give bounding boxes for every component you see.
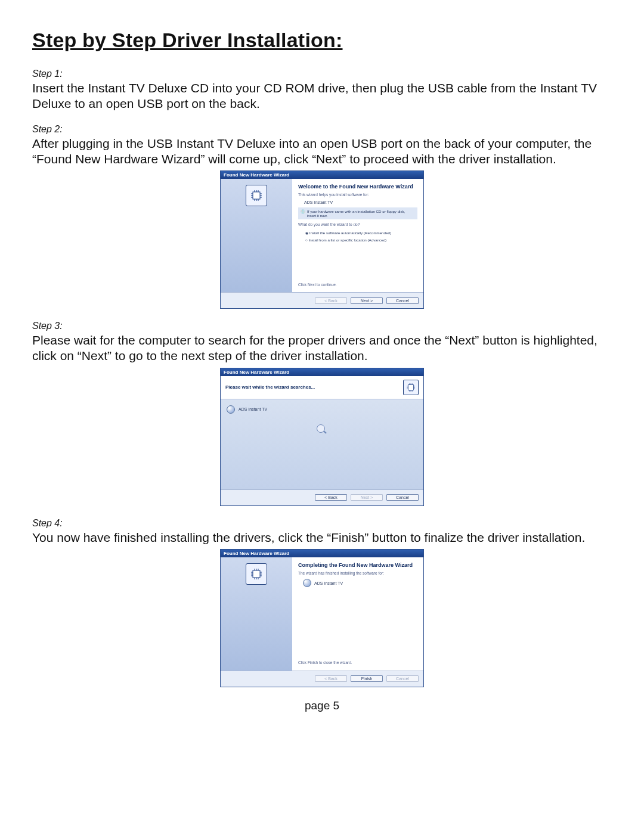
next-button[interactable]: Next > xyxy=(351,297,383,304)
cancel-button: Cancel xyxy=(386,675,419,682)
wizard-device: ADS Instant TV xyxy=(239,407,267,411)
hardware-icon xyxy=(403,380,419,395)
cancel-button[interactable]: Cancel xyxy=(386,494,419,501)
wizard-panel: Completing the Found New Hardware Wizard… xyxy=(292,557,423,671)
wizard-footer: < Back Next > Cancel xyxy=(221,292,423,308)
wizard-prompt: What do you want the wizard to do? xyxy=(298,222,417,227)
svg-rect-2 xyxy=(253,570,260,578)
search-icon xyxy=(317,424,327,435)
wizard-titlebar: Found New Hardware Wizard xyxy=(221,368,423,376)
next-button: Next > xyxy=(351,494,383,501)
step-1-label: Step 1: xyxy=(32,69,612,79)
svg-rect-0 xyxy=(253,192,260,199)
back-button: < Back xyxy=(315,675,347,682)
wizard-device-line: ADS Instant TV xyxy=(227,405,417,414)
hardware-icon xyxy=(246,563,267,585)
device-icon xyxy=(303,579,311,587)
wizard-device-line: ADS Instant TV xyxy=(303,579,417,587)
wizard-cd-hint: 💿 If your hardware came with an installa… xyxy=(298,207,417,219)
chip-icon xyxy=(249,188,264,203)
wizard-option-advanced[interactable]: ○ Install from a list or specific locati… xyxy=(305,238,417,242)
back-button[interactable]: < Back xyxy=(315,494,347,501)
step-3-label: Step 3: xyxy=(32,321,612,331)
finish-button[interactable]: Finish xyxy=(351,675,383,682)
wizard-sidebar xyxy=(221,179,292,292)
step-4-label: Step 4: xyxy=(32,518,612,529)
wizard-cd-hint-text: If your hardware came with an installati… xyxy=(307,209,415,218)
wizard-welcome: Found New Hardware Wizard Welcome to the… xyxy=(220,170,424,309)
wizard-header-strip: Please wait while the wizard searches... xyxy=(221,376,423,399)
device-icon xyxy=(227,405,235,414)
step-2-body: After plugging in the USB Instant TV Del… xyxy=(32,136,612,167)
wizard-sidebar xyxy=(221,557,292,671)
wizard-panel: Welcome to the Found New Hardware Wizard… xyxy=(292,179,423,292)
step-1-body: Insert the Instant TV Deluxe CD into you… xyxy=(32,80,612,112)
wizard-heading: Welcome to the Found New Hardware Wizard xyxy=(298,184,417,190)
chip-icon xyxy=(405,382,416,393)
wizard-device: ADS Instant TV xyxy=(314,581,343,585)
wizard-footer: < Back Finish Cancel xyxy=(221,671,423,687)
page-number: page 5 xyxy=(32,699,612,712)
wizard-footer: < Back Next > Cancel xyxy=(221,489,423,505)
wizard-searching: Found New Hardware Wizard Please wait wh… xyxy=(220,368,424,506)
step-2-label: Step 2: xyxy=(32,124,612,135)
back-button: < Back xyxy=(315,297,347,304)
chip-icon xyxy=(249,567,264,581)
wizard-option-auto[interactable]: ◉ Install the software automatically (Re… xyxy=(305,231,417,235)
wizard-subtext: The wizard has finished installing the s… xyxy=(298,571,417,576)
wizard-option-advanced-label: Install from a list or specific location… xyxy=(308,238,386,242)
hardware-icon xyxy=(246,185,267,206)
wizard-continue-hint: Click Next to continue. xyxy=(298,283,417,287)
wizard-body: ADS Instant TV xyxy=(221,399,423,489)
svg-rect-1 xyxy=(408,384,414,390)
wizard-continue-hint: Click Finish to close the wizard. xyxy=(298,660,417,665)
wizard-titlebar: Found New Hardware Wizard xyxy=(221,171,423,179)
wizard-option-auto-label: Install the software automatically (Reco… xyxy=(309,231,391,235)
wizard-heading: Completing the Found New Hardware Wizard xyxy=(298,562,417,568)
page-title: Step by Step Driver Installation: xyxy=(32,29,612,52)
step-4-body: You now have finished installing the dri… xyxy=(32,530,612,545)
step-3-body: Please wait for the computer to search f… xyxy=(32,333,612,364)
wizard-subtext: This wizard helps you install software f… xyxy=(298,193,417,197)
cancel-button[interactable]: Cancel xyxy=(386,297,419,304)
wizard-device: ADS Instant TV xyxy=(304,200,417,204)
cd-icon: 💿 xyxy=(301,209,305,214)
wizard-completing: Found New Hardware Wizard Completing the… xyxy=(220,549,424,687)
wizard-heading: Please wait while the wizard searches... xyxy=(225,384,315,390)
wizard-titlebar: Found New Hardware Wizard xyxy=(221,550,423,557)
